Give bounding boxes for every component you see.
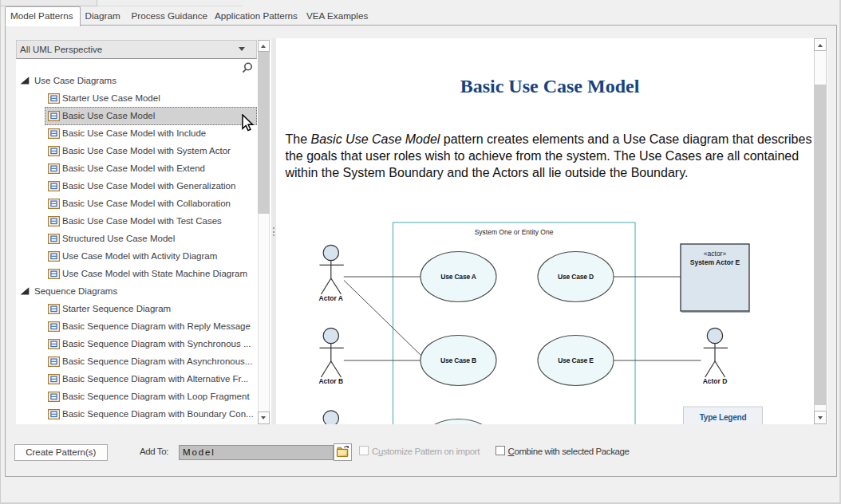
svg-text:Use Case E: Use Case E bbox=[558, 356, 594, 364]
svg-text:Actor B: Actor B bbox=[318, 377, 343, 385]
svg-text:Actor A: Actor A bbox=[318, 294, 342, 302]
svg-text:Use Case A: Use Case A bbox=[440, 273, 476, 281]
svg-text:System One or Entity One: System One or Entity One bbox=[474, 228, 553, 236]
svg-text:Use Case D: Use Case D bbox=[558, 273, 594, 281]
svg-text:Actor D: Actor D bbox=[702, 377, 727, 385]
svg-text:Type Legend: Type Legend bbox=[699, 413, 746, 422]
svg-text:System Actor E: System Actor E bbox=[689, 258, 740, 266]
svg-text:Use Case B: Use Case B bbox=[440, 356, 476, 364]
svg-text:«actor»: «actor» bbox=[703, 250, 726, 258]
